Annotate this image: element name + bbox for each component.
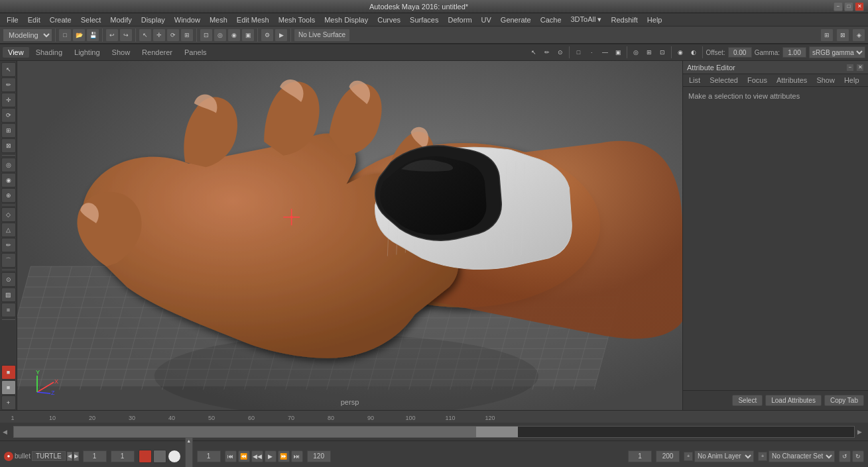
menu-edit[interactable]: Edit: [24, 15, 44, 25]
ep-curve[interactable]: △: [1, 223, 16, 237]
workspace-dropdown[interactable]: Modeling: [3, 28, 52, 42]
edge-mode-btn[interactable]: —: [599, 46, 611, 58]
anim-start-field[interactable]: [628, 450, 652, 462]
menu-help[interactable]: Help: [643, 15, 666, 25]
char-set-next-button[interactable]: ↻: [852, 450, 864, 462]
rotate-tool[interactable]: ⟳: [1, 108, 16, 123]
render-settings-button[interactable]: ⚙: [261, 28, 274, 42]
copy-tab-button[interactable]: Copy Tab: [824, 395, 864, 406]
swatch-scroll[interactable]: ▲ ▼: [185, 437, 193, 468]
universal-manip[interactable]: ⊠: [1, 138, 16, 153]
tab-lighting[interactable]: Lighting: [69, 47, 105, 58]
attr-tab-list[interactable]: List: [687, 76, 702, 85]
char-set-add-button[interactable]: +: [758, 452, 767, 461]
step-forward-button[interactable]: ⏩: [278, 450, 290, 462]
live-surface-button[interactable]: No Live Surface: [294, 28, 350, 42]
jump-to-start-button[interactable]: ⏮: [225, 450, 237, 462]
close-button[interactable]: ✕: [855, 2, 864, 11]
offset-input[interactable]: [728, 47, 752, 58]
start-frame-input[interactable]: [111, 450, 135, 462]
gamma-dropdown[interactable]: sRGB gamma: [809, 46, 865, 58]
wire-btn[interactable]: ⊡: [656, 46, 668, 58]
color-swatch-grey[interactable]: ■: [1, 380, 16, 395]
pencil-curve[interactable]: ✏: [1, 238, 16, 252]
layout-arrow-left[interactable]: ◀: [67, 452, 72, 461]
load-attributes-button[interactable]: Load Attributes: [765, 395, 822, 406]
three-pt-arc[interactable]: ⌒: [1, 253, 16, 268]
new-scene-button[interactable]: □: [58, 28, 72, 42]
render-sequence-button[interactable]: ◈: [852, 28, 865, 42]
curve-tool[interactable]: ◇: [1, 207, 16, 222]
play-forward-button[interactable]: ▶: [265, 450, 277, 462]
record-button[interactable]: ●: [4, 452, 13, 461]
object-mode-btn[interactable]: □: [572, 46, 584, 58]
gamma-input[interactable]: [782, 47, 806, 58]
play-back-button[interactable]: ◀◀: [251, 450, 263, 462]
menu-uv[interactable]: UV: [477, 15, 495, 25]
timeline-right-arrow[interactable]: ▶: [857, 429, 865, 435]
anim-layer-add-button[interactable]: +: [684, 452, 693, 461]
xray-btn[interactable]: ◐: [688, 46, 700, 58]
redo-button[interactable]: ↪: [119, 28, 133, 42]
menu-display[interactable]: Display: [137, 15, 169, 25]
jump-to-end-button[interactable]: ⏭: [291, 450, 303, 462]
menu-modify[interactable]: Modify: [106, 15, 135, 25]
measure-tool[interactable]: ≡: [1, 303, 16, 317]
attr-close-btn[interactable]: ✕: [856, 64, 864, 72]
menu-select[interactable]: Select: [77, 15, 105, 25]
grey-swatch[interactable]: [153, 450, 166, 463]
render-options-button[interactable]: ⊞: [820, 28, 834, 42]
attr-tab-show[interactable]: Show: [814, 76, 837, 85]
menu-deform[interactable]: Deform: [444, 15, 475, 25]
menu-mesh-tools[interactable]: Mesh Tools: [275, 15, 319, 25]
menu-mesh[interactable]: Mesh: [206, 15, 231, 25]
color-swatch-red[interactable]: ■: [1, 365, 16, 380]
attr-tab-focus[interactable]: Focus: [745, 76, 769, 85]
tab-shading[interactable]: Shading: [31, 47, 68, 58]
smooth-btn[interactable]: ◎: [630, 46, 642, 58]
timeline-track[interactable]: ◀ ▶: [0, 423, 868, 441]
viewport[interactable]: persp X Y Z: [17, 61, 682, 410]
anim-end-field[interactable]: [656, 450, 680, 462]
move-tool[interactable]: ✛: [1, 93, 16, 107]
ipr-button[interactable]: ⊠: [836, 28, 849, 42]
menu-generate[interactable]: Generate: [497, 15, 535, 25]
maximize-button[interactable]: □: [844, 2, 853, 11]
save-button[interactable]: 💾: [86, 28, 99, 42]
red-swatch[interactable]: [139, 450, 152, 463]
menu-window[interactable]: Window: [170, 15, 204, 25]
move-tool-button[interactable]: ✛: [153, 28, 166, 42]
lasso-tool[interactable]: ⊙: [1, 272, 16, 287]
timeline-left-arrow[interactable]: ◀: [3, 429, 11, 435]
attr-tab-selected[interactable]: Selected: [708, 76, 740, 85]
menu-3dtoall[interactable]: 3DToAll ▾: [567, 14, 606, 25]
layout-arrow-right[interactable]: ▶: [74, 452, 79, 461]
menu-edit-mesh[interactable]: Edit Mesh: [233, 15, 273, 25]
attr-tab-attributes[interactable]: Attributes: [775, 76, 809, 85]
select-tool[interactable]: ↖: [1, 62, 16, 77]
isolate-btn[interactable]: ◉: [674, 46, 686, 58]
playback-frame-input[interactable]: [197, 450, 221, 462]
menu-surfaces[interactable]: Surfaces: [406, 15, 442, 25]
menu-cache[interactable]: Cache: [536, 15, 566, 25]
cage-btn[interactable]: ⊞: [643, 46, 655, 58]
menu-redshift[interactable]: Redshift: [607, 15, 641, 25]
snap-grid-button[interactable]: ⊡: [200, 28, 213, 42]
paint-select[interactable]: ✏: [1, 78, 16, 92]
sculpt-tool[interactable]: ◉: [1, 173, 16, 187]
current-frame-input[interactable]: [83, 450, 107, 462]
menu-create[interactable]: Create: [46, 15, 76, 25]
select-mode-button[interactable]: ↖: [528, 46, 540, 58]
face-mode-btn[interactable]: ▣: [612, 46, 624, 58]
char-set-dropdown[interactable]: No Character Set: [769, 450, 835, 462]
snap-point-button[interactable]: ◉: [227, 28, 241, 42]
render-button[interactable]: ▶: [275, 28, 288, 42]
tab-renderer[interactable]: Renderer: [137, 47, 178, 58]
snap-toggle[interactable]: +: [1, 395, 16, 410]
paint-attr[interactable]: ▨: [1, 287, 16, 302]
char-set-prev-button[interactable]: ↺: [839, 450, 851, 462]
lasso-btn[interactable]: ⊙: [554, 46, 566, 58]
paint-btn[interactable]: ✏: [541, 46, 553, 58]
rotate-tool-button[interactable]: ⟳: [166, 28, 180, 42]
select-button[interactable]: Select: [732, 395, 763, 406]
